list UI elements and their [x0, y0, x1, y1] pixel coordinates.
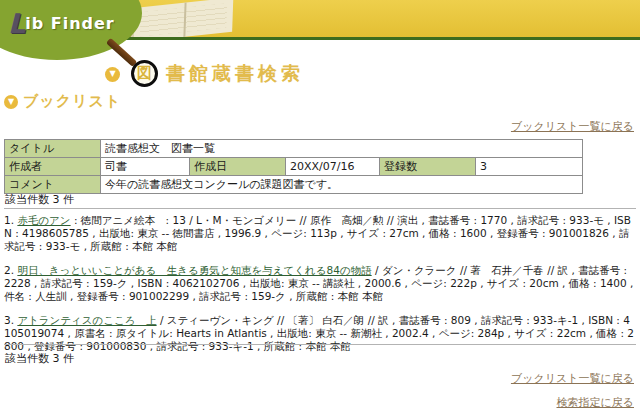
triangle-bullet-icon: ▼ [105, 67, 120, 82]
logo-text: ib Finder [25, 14, 115, 33]
section-heading: ▼ ブックリスト [4, 92, 121, 111]
back-to-booklist-link-top[interactable]: ブックリスト一覧に戻る [511, 119, 634, 134]
table-row: タイトル 読書感想文 図書一覧 [5, 140, 583, 158]
back-to-booklist-link-bottom[interactable]: ブックリスト一覧に戻る [511, 371, 634, 386]
back-to-search-link[interactable]: 検索指定に戻る [556, 395, 634, 410]
divider [4, 344, 636, 345]
book-number: 2. [4, 264, 14, 276]
open-book-icon [131, 0, 234, 37]
book-number: 3. [4, 314, 14, 326]
page-title-text: 書館蔵書検索 [166, 61, 304, 87]
book-detail: : 徳間アニメ絵本 : 13 / L・M・モンゴメリー // 原作 高畑／勲 /… [4, 214, 631, 252]
creator-label-cell: 作成者 [5, 158, 101, 176]
result-count-top: 該当件数 3 件 [5, 192, 74, 207]
title-value-cell: 読書感想文 図書一覧 [101, 140, 583, 158]
book-title-link[interactable]: 赤毛のアン [17, 214, 70, 226]
magnifier-lens: 図 [131, 60, 158, 87]
date-value-cell: 20XX/07/16 [286, 158, 380, 176]
comment-value-cell: 今年の読書感想文コンクールの課題図書です。 [101, 176, 583, 194]
title-label-cell: タイトル [5, 140, 101, 158]
divider [4, 208, 636, 209]
triangle-bullet-icon: ▼ [4, 95, 18, 109]
book-number: 1. [4, 214, 14, 226]
section-title: ブックリスト [23, 92, 121, 111]
comment-label-cell: コメント [5, 176, 101, 194]
page-title-lens-char: 図 [137, 64, 152, 83]
book-title-link[interactable]: アトランティスのこころ 上 [17, 314, 156, 326]
table-row: コメント 今年の読書感想文コンクールの課題図書です。 [5, 176, 583, 194]
count-value-cell: 3 [476, 158, 583, 176]
book-list: 1. 赤毛のアン : 徳間アニメ絵本 : 13 / L・M・モンゴメリー // … [4, 214, 636, 364]
logo-letter: L [8, 8, 25, 39]
page-title: ▼ 図 書館蔵書検索 [105, 56, 304, 92]
table-row: 作成者 司書 作成日 20XX/07/16 登録数 3 [5, 158, 583, 176]
magnifier-icon: 図 [126, 57, 164, 91]
list-item: 3. アトランティスのこころ 上 / スティーヴン・キング // 〔著〕 白石／… [4, 314, 636, 353]
result-count-bottom: 該当件数 3 件 [5, 351, 74, 366]
count-label-cell: 登録数 [380, 158, 476, 176]
date-label-cell: 作成日 [190, 158, 286, 176]
book-title-link[interactable]: 明日、きっといいことがある 生きる勇気と知恵を与えてくれる84の物語 [17, 264, 371, 276]
creator-value-cell: 司書 [101, 158, 190, 176]
logo[interactable]: Lib Finder [8, 8, 115, 39]
booklist-info-table: タイトル 読書感想文 図書一覧 作成者 司書 作成日 20XX/07/16 登録… [4, 139, 583, 194]
list-item: 2. 明日、きっといいことがある 生きる勇気と知恵を与えてくれる84の物語 / … [4, 264, 636, 303]
list-item: 1. 赤毛のアン : 徳間アニメ絵本 : 13 / L・M・モンゴメリー // … [4, 214, 636, 253]
